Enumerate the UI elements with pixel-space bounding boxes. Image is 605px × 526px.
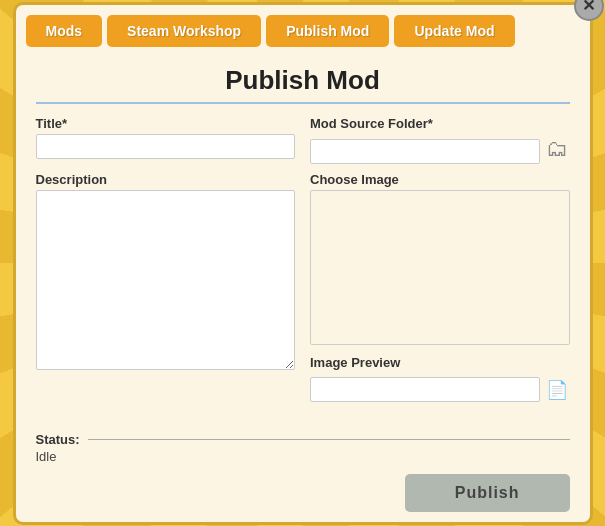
image-path-row: 📄 — [310, 377, 570, 403]
description-col: Description — [36, 172, 296, 403]
folder-icon: 🗂 — [546, 136, 568, 162]
desc-image-row: Description Choose Image Image Preview 📄 — [36, 172, 570, 403]
choose-image-label: Choose Image — [310, 172, 570, 187]
nav-tabs: Mods Steam Workshop Publish Mod Update M… — [16, 5, 590, 47]
tab-mods[interactable]: Mods — [26, 15, 103, 47]
image-path-input[interactable] — [310, 377, 540, 402]
status-label: Status: — [36, 432, 80, 447]
mod-source-row: 🗂 — [310, 134, 570, 164]
footer: Publish — [16, 468, 590, 522]
description-label: Description — [36, 172, 296, 187]
page-title: Publish Mod — [36, 57, 570, 104]
mod-source-label: Mod Source Folder* — [310, 116, 570, 131]
tab-steam-workshop[interactable]: Steam Workshop — [107, 15, 261, 47]
dialog-body: Publish Mod Title* Mod Source Folder* 🗂 … — [16, 47, 590, 426]
status-section: Status: Idle — [16, 426, 590, 468]
folder-browse-button[interactable]: 🗂 — [544, 134, 570, 164]
status-value: Idle — [36, 449, 570, 464]
image-browse-button[interactable]: 📄 — [544, 377, 570, 403]
image-chooser-box[interactable] — [310, 190, 570, 345]
title-input[interactable] — [36, 134, 296, 159]
tab-publish-mod[interactable]: Publish Mod — [266, 15, 389, 47]
publish-button[interactable]: Publish — [405, 474, 570, 512]
file-icon: 📄 — [546, 380, 568, 400]
status-row: Status: — [36, 432, 570, 447]
title-source-row: Title* Mod Source Folder* 🗂 — [36, 116, 570, 164]
tab-update-mod[interactable]: Update Mod — [394, 15, 514, 47]
mod-source-col: Mod Source Folder* 🗂 — [310, 116, 570, 164]
image-preview-label: Image Preview — [310, 355, 400, 370]
title-label: Title* — [36, 116, 296, 131]
image-col: Choose Image Image Preview 📄 — [310, 172, 570, 403]
title-col: Title* — [36, 116, 296, 164]
status-divider — [88, 439, 570, 440]
dialog: ✕ Mods Steam Workshop Publish Mod Update… — [13, 2, 593, 525]
description-textarea[interactable] — [36, 190, 296, 370]
mod-source-input[interactable] — [310, 139, 540, 164]
